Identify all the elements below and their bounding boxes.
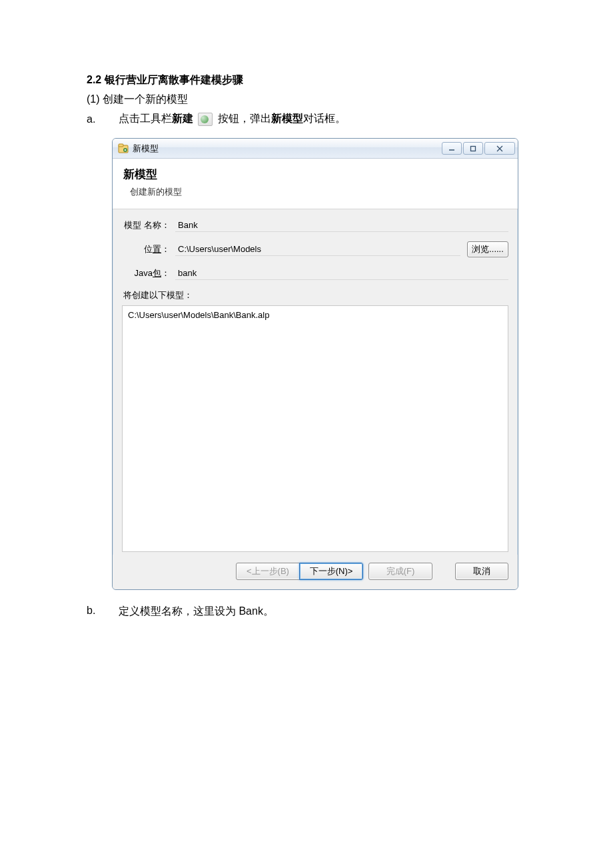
label-java-pre: Java	[135, 268, 153, 278]
finish-button[interactable]: 完成(F)	[368, 563, 432, 580]
row-model-name: 模型 名称： Bank	[122, 219, 508, 232]
step-b-marker: b.	[87, 605, 119, 619]
input-java-package[interactable]: bank	[175, 267, 508, 280]
row-location: 位置： C:\Users\user\Models 浏览......	[122, 241, 508, 257]
step-a-mid: 按钮，弹出	[218, 113, 271, 124]
new-toolbar-icon	[198, 113, 213, 126]
created-model-path: C:\Users\user\Models\Bank\Bank.alp	[128, 310, 502, 320]
step-a-row: a. 点击工具栏新建 按钮，弹出新模型对话框。	[87, 112, 526, 126]
dialog-header-subtitle: 创建新的模型	[130, 186, 507, 198]
label-java-post: ：	[161, 268, 170, 278]
step-a-marker: a.	[87, 113, 119, 125]
label-location-underline: 置	[153, 244, 161, 254]
input-model-name[interactable]: Bank	[175, 219, 508, 232]
new-model-dialog: 新模型 新模型 创建新的模型 模型 名称： Bank	[112, 138, 518, 590]
app-icon	[118, 143, 129, 154]
label-model-name: 模型 名称：	[122, 219, 175, 231]
minimize-button[interactable]	[442, 142, 462, 155]
button-bar: <上一步(B) 下一步(N)> 完成(F) 取消	[113, 555, 518, 589]
titlebar: 新模型	[113, 139, 518, 159]
window-title: 新模型	[133, 143, 442, 155]
row-java-package: Java包： bank	[122, 267, 508, 280]
input-location[interactable]: C:\Users\user\Models	[175, 243, 460, 256]
svg-rect-1	[119, 144, 123, 147]
back-button[interactable]: <上一步(B)	[236, 563, 300, 580]
label-location-post: ：	[161, 244, 170, 254]
form-area: 模型 名称： Bank 位置： C:\Users\user\Models 浏览.…	[113, 209, 518, 555]
dialog-header-title: 新模型	[123, 167, 507, 182]
close-button[interactable]	[484, 142, 515, 155]
label-java-package: Java包：	[122, 267, 175, 279]
step-1-text: (1) 创建一个新的模型	[87, 93, 526, 107]
dialog-header: 新模型 创建新的模型	[113, 159, 518, 209]
section-heading: 2.2 银行营业厅离散事件建模步骤	[87, 73, 526, 87]
created-model-list[interactable]: C:\Users\user\Models\Bank\Bank.alp	[122, 305, 508, 552]
step-a-bold-newmodel: 新模型	[271, 113, 303, 124]
next-button[interactable]: 下一步(N)>	[299, 563, 363, 580]
svg-rect-3	[471, 146, 476, 151]
step-a-bold-new: 新建	[172, 113, 193, 124]
step-a-post: 对话框。	[303, 113, 346, 124]
label-location: 位置：	[122, 243, 175, 255]
cancel-button[interactable]: 取消	[455, 563, 508, 580]
will-create-label: 将创建以下模型：	[122, 289, 508, 301]
label-location-pre: 位	[144, 244, 153, 254]
label-java-underline: 包	[153, 268, 161, 278]
browse-button[interactable]: 浏览......	[467, 241, 508, 257]
step-b-text: 定义模型名称，这里设为 Bank。	[119, 605, 274, 619]
step-a-pre: 点击工具栏	[119, 113, 172, 124]
maximize-button[interactable]	[463, 142, 483, 155]
step-b-row: b. 定义模型名称，这里设为 Bank。	[87, 605, 526, 619]
